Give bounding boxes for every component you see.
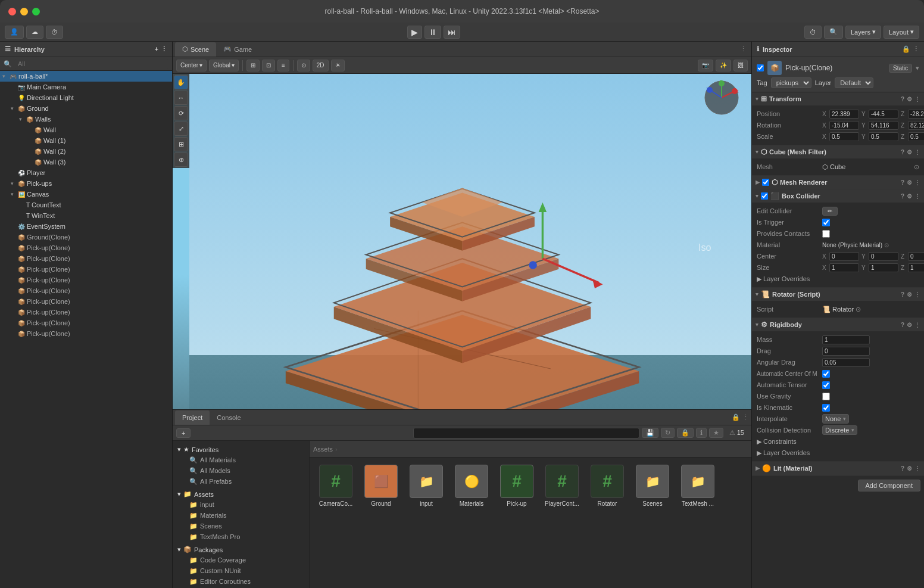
mass-value[interactable]	[822, 335, 870, 344]
transform-tool[interactable]: ⊕	[174, 153, 188, 167]
hierarchy-item-12[interactable]: TCountText	[0, 200, 172, 210]
hierarchy-item-18[interactable]: 📦Pick-up(Clone)	[0, 264, 172, 275]
mesh-renderer-more-icon[interactable]: ⋮	[914, 179, 920, 186]
project-item-custom-nunit[interactable]: 📁 Custom NUnit	[177, 565, 304, 576]
render-btn[interactable]: 🖼	[733, 60, 748, 71]
hierarchy-item-22[interactable]: 📦Pick-up(Clone)	[0, 307, 172, 318]
rotation-x[interactable]	[829, 121, 859, 130]
packages-header[interactable]: ▾ 📦 Packages	[177, 545, 304, 555]
cloud-button[interactable]: ☁	[26, 26, 43, 39]
inspector-more-icon[interactable]: ⋮	[913, 45, 919, 53]
is-kinematic-checkbox[interactable]	[822, 404, 830, 412]
hierarchy-item-13[interactable]: TWinText	[0, 210, 172, 221]
lit-material-more-icon[interactable]: ⋮	[914, 465, 920, 472]
hierarchy-item-9[interactable]: ⚽Player	[0, 167, 172, 178]
hierarchy-item-15[interactable]: 📦Ground(Clone)	[0, 232, 172, 242]
bottom-panel-more-icon[interactable]: ⋮	[742, 413, 749, 421]
rect-tool[interactable]: ⊞	[174, 137, 188, 151]
snap-toggle[interactable]: ⊡	[262, 60, 275, 71]
object-active-checkbox[interactable]	[757, 64, 764, 71]
2d-toggle[interactable]: 2D	[313, 60, 329, 71]
asset-item-7[interactable]: 📁Scenes	[631, 462, 674, 509]
hierarchy-item-1[interactable]: 📷Main Camera	[0, 82, 172, 92]
scale-z[interactable]	[908, 132, 924, 141]
account-button[interactable]: 👤	[5, 26, 24, 39]
history-icon-button[interactable]: ⏱	[804, 26, 822, 39]
component-transform-header[interactable]: ▾ ⊞ Transform ? ⚙ ⋮	[752, 92, 924, 105]
rotator-settings-icon[interactable]: ⚙	[907, 291, 912, 298]
star-btn[interactable]: ★	[709, 428, 723, 438]
asset-item-0[interactable]: #CameraCo...	[314, 462, 357, 509]
search-button[interactable]: 🔍	[824, 26, 843, 39]
transform-settings-icon[interactable]: ⚙	[907, 96, 912, 102]
close-button[interactable]	[8, 8, 16, 15]
hierarchy-item-19[interactable]: 📦Pick-up(Clone)	[0, 275, 172, 285]
box-collider-enabled[interactable]	[761, 192, 768, 200]
hierarchy-item-17[interactable]: 📦Pick-up(Clone)	[0, 253, 172, 264]
hierarchy-item-6[interactable]: 📦Wall (1)	[0, 135, 172, 146]
box-collider-help-icon[interactable]: ?	[901, 193, 904, 200]
assets-header[interactable]: ▾ 📁 Assets	[177, 489, 304, 499]
center-dropdown[interactable]: Center ▾	[176, 60, 207, 71]
is-trigger-checkbox[interactable]	[822, 219, 830, 226]
rotator-header[interactable]: ▾ 📜 Rotator (Script) ? ⚙ ⋮	[752, 288, 924, 301]
layer-select[interactable]: Default	[835, 77, 873, 88]
project-item-all-prefabs[interactable]: 🔍 All Prefabs	[177, 476, 304, 487]
fx-btn[interactable]: ✨	[716, 60, 731, 71]
layout-dropdown[interactable]: Layout ▾	[884, 26, 919, 39]
scene-gizmo[interactable]: X Y Z	[704, 80, 739, 116]
box-collider-more-icon[interactable]: ⋮	[914, 193, 920, 200]
hierarchy-item-0[interactable]: ▾🎮roll-a-ball*	[0, 71, 172, 82]
camera-btn[interactable]: 📷	[698, 60, 713, 71]
interpolate-dropdown[interactable]: None ▾	[822, 414, 849, 424]
use-gravity-checkbox[interactable]	[822, 393, 830, 400]
move-tool[interactable]: ↔	[174, 91, 188, 105]
rigidbody-header[interactable]: ▾ ⚙ Rigidbody ? ⚙ ⋮	[752, 318, 924, 331]
rotation-z[interactable]	[908, 121, 924, 130]
transform-help-icon[interactable]: ?	[901, 96, 904, 102]
lit-material-settings-icon[interactable]: ⚙	[907, 465, 912, 472]
history-button[interactable]: ⏱	[46, 26, 63, 39]
project-item-editor-coroutines[interactable]: 📁 Editor Coroutines	[177, 576, 304, 587]
play-button[interactable]: ▶	[407, 26, 422, 39]
minimize-button[interactable]	[20, 8, 28, 15]
size-y[interactable]	[869, 263, 898, 272]
hierarchy-item-4[interactable]: ▾📦Walls	[0, 114, 172, 125]
asset-item-5[interactable]: #PlayerCont...	[541, 462, 583, 509]
hierarchy-item-24[interactable]: 📦Pick-up(Clone)	[0, 328, 172, 339]
mesh-filter-header[interactable]: ▾ ⬡ Cube (Mesh Filter) ? ⚙ ⋮	[752, 145, 924, 158]
asset-item-8[interactable]: 📁TextMesh ...	[676, 462, 719, 509]
center-x[interactable]	[829, 252, 859, 261]
hierarchy-item-21[interactable]: 📦Pick-up(Clone)	[0, 296, 172, 307]
hierarchy-search-input[interactable]	[14, 59, 168, 69]
mesh-filter-help-icon[interactable]: ?	[901, 149, 904, 155]
hierarchy-item-20[interactable]: 📦Pick-up(Clone)	[0, 285, 172, 296]
rigidbody-settings-icon[interactable]: ⚙	[907, 322, 912, 328]
provides-contacts-checkbox[interactable]	[822, 230, 830, 238]
static-dropdown-arrow[interactable]: ▾	[916, 64, 919, 72]
project-item-code-coverage[interactable]: 📁 Code Coverage	[177, 555, 304, 565]
position-z[interactable]	[908, 110, 924, 119]
angular-drag-value[interactable]	[822, 358, 870, 367]
collision-detection-dropdown[interactable]: Discrete ▾	[822, 425, 857, 435]
window-controls[interactable]	[8, 8, 40, 15]
hierarchy-add-icon[interactable]: +	[155, 45, 158, 53]
info-btn[interactable]: ℹ	[696, 428, 707, 438]
hierarchy-item-14[interactable]: ⚙️EventSystem	[0, 221, 172, 232]
auto-center-checkbox[interactable]	[822, 370, 830, 378]
position-x[interactable]	[829, 110, 859, 119]
hierarchy-item-5[interactable]: 📦Wall	[0, 125, 172, 135]
size-x[interactable]	[829, 263, 859, 272]
assets-search-input[interactable]	[413, 428, 639, 438]
mesh-filter-settings-icon[interactable]: ⚙	[907, 149, 912, 155]
maximize-button[interactable]	[32, 8, 40, 15]
asset-item-1[interactable]: 🟫Ground	[360, 462, 402, 509]
tab-console[interactable]: Console	[210, 410, 248, 425]
add-component-btn[interactable]: Add Component	[858, 480, 921, 491]
favorites-header[interactable]: ▾ ★ Favorites	[177, 444, 304, 455]
tab-scene[interactable]: ⬡ Scene	[175, 42, 216, 57]
scale-tool[interactable]: ⤢	[174, 122, 188, 136]
auto-tensor-checkbox[interactable]	[822, 381, 830, 389]
step-button[interactable]: ⏭	[444, 26, 460, 39]
project-item-input[interactable]: 📁 input	[177, 499, 304, 510]
